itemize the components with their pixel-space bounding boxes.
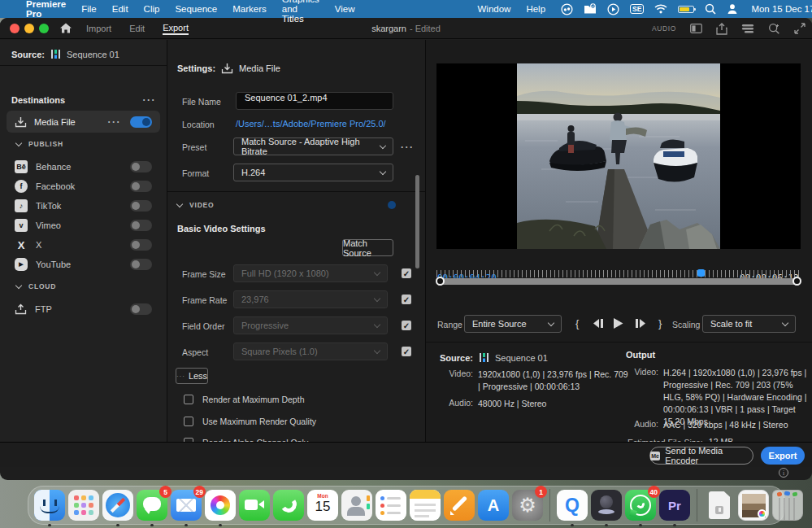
destination-ftp[interactable]: FTP [7, 299, 160, 319]
menu-view[interactable]: View [335, 4, 355, 14]
field-order-checkbox[interactable]: ✓ [402, 321, 411, 330]
send-to-media-encoder-button[interactable]: Me Send to Media Encoder [649, 447, 753, 465]
dock-safari-icon[interactable] [102, 490, 133, 521]
user-switch-icon[interactable] [727, 3, 738, 15]
step-forward-button[interactable] [634, 318, 647, 329]
mark-out-icon[interactable]: } [658, 317, 662, 329]
destination-x[interactable]: X X [7, 235, 160, 255]
menu-edit[interactable]: Edit [112, 4, 128, 14]
preset-menu-icon[interactable]: ··· [401, 142, 415, 153]
destination-vimeo[interactable]: v Vimeo [7, 216, 160, 235]
match-source-button[interactable]: Match Source [342, 239, 393, 256]
menu-premiere-pro[interactable]: Premiere Pro [26, 0, 66, 19]
dock-homepod-icon[interactable] [591, 490, 622, 521]
dock-downloads-file-icon[interactable] [704, 490, 735, 521]
destination-behance[interactable]: Bē Behance [7, 157, 160, 177]
menu-help[interactable]: Help [526, 4, 545, 14]
spotlight-search-icon[interactable] [705, 3, 716, 15]
close-window-button[interactable] [10, 24, 20, 33]
dock-messages-icon[interactable]: 5 [137, 490, 167, 521]
se-status-icon[interactable]: SE [630, 4, 644, 14]
range-dropdown[interactable]: Entire Source [464, 315, 562, 333]
dock-pictures-folder-icon[interactable] [738, 490, 769, 521]
media-file-menu-icon[interactable]: ··· [108, 116, 122, 128]
creative-cloud-icon[interactable] [561, 3, 573, 15]
dock-mail-icon[interactable]: 29 [171, 490, 202, 521]
less-button[interactable]: ··· Less [176, 368, 208, 384]
menu-markers[interactable]: Markers [232, 4, 267, 14]
menu-window[interactable]: Window [477, 4, 510, 14]
dock-contacts-icon[interactable] [341, 490, 372, 521]
quick-search-icon[interactable] [768, 23, 780, 35]
dock-reminders-icon[interactable] [376, 490, 406, 521]
tab-import[interactable]: Import [86, 24, 111, 33]
video-section-header[interactable]: VIDEO [177, 201, 214, 209]
wifi-icon[interactable] [654, 4, 667, 14]
frame-rate-checkbox[interactable]: ✓ [402, 295, 411, 304]
dock-whatsapp-icon[interactable]: 40 [625, 490, 656, 521]
tab-export[interactable]: Export [163, 23, 189, 35]
tab-edit[interactable]: Edit [129, 24, 145, 33]
play-button[interactable] [612, 317, 624, 329]
dock-launchpad-icon[interactable] [68, 490, 99, 521]
panel-layout-icon[interactable] [690, 24, 702, 33]
settings-scrollbar[interactable] [415, 175, 419, 268]
format-dropdown[interactable]: H.264 [233, 164, 393, 181]
dock-calendar-icon[interactable]: Mon 15 [307, 490, 338, 521]
youtube-toggle[interactable] [130, 259, 152, 270]
dock-pages-icon[interactable] [444, 490, 475, 521]
frame-size-checkbox[interactable]: ✓ [402, 268, 411, 278]
max-render-quality-row[interactable]: Use Maximum Render Quality [184, 417, 316, 426]
cloud-section-header[interactable]: CLOUD [16, 282, 56, 290]
file-name-input[interactable]: Sequence 01_2.mp4 [236, 92, 393, 110]
dock-phone-icon[interactable] [273, 490, 304, 521]
field-order-dropdown[interactable]: Progressive [233, 316, 388, 334]
dock-quicktime-icon[interactable]: Q [557, 490, 588, 521]
range-out-handle[interactable] [792, 277, 801, 286]
minimize-window-button[interactable] [24, 24, 34, 33]
dock-system-settings-icon[interactable]: 1⚙ [512, 490, 543, 521]
frame-size-dropdown[interactable]: Full HD (1920 x 1080) [233, 264, 388, 282]
workspace-menu-icon[interactable] [741, 24, 754, 33]
publish-section-header[interactable]: PUBLISH [16, 140, 63, 148]
dock-trash-icon[interactable] [772, 490, 803, 521]
aspect-dropdown[interactable]: Square Pixels (1.0) [233, 343, 388, 360]
render-max-depth-row[interactable]: Render at Maximum Depth [184, 395, 304, 404]
location-link[interactable]: /Users/…ts/Adobe/Premiere Pro/25.0/ [236, 119, 386, 129]
step-back-button[interactable] [592, 318, 605, 329]
destination-youtube[interactable]: ▶ YouTube [7, 255, 160, 274]
frame-rate-dropdown[interactable]: 23,976 [233, 290, 388, 308]
aspect-checkbox[interactable]: ✓ [402, 347, 411, 356]
home-icon[interactable] [59, 22, 72, 34]
menu-graphics-titles[interactable]: Graphics and Titles [282, 0, 319, 24]
dock-finder-icon[interactable] [34, 490, 65, 521]
menu-sequence[interactable]: Sequence [175, 4, 217, 14]
media-file-toggle[interactable] [130, 116, 152, 128]
preset-dropdown[interactable]: Match Source - Adaptive High Bitrate [233, 137, 393, 155]
max-render-quality-checkbox[interactable] [184, 417, 193, 426]
render-max-depth-checkbox[interactable] [184, 395, 193, 404]
share-icon[interactable] [716, 23, 727, 35]
play-circle-icon[interactable] [607, 3, 619, 15]
export-button[interactable]: Export [761, 447, 805, 465]
shared-folder-icon[interactable] [584, 3, 597, 15]
destinations-menu-icon[interactable]: ··· [143, 94, 157, 106]
menu-clip[interactable]: Clip [144, 4, 160, 14]
tiktok-toggle[interactable] [130, 200, 152, 212]
menu-file[interactable]: File [81, 4, 97, 14]
range-scrubber[interactable] [436, 278, 801, 285]
destination-media-file[interactable]: Media File ··· [7, 111, 160, 133]
zoom-window-button[interactable] [39, 24, 49, 33]
fullscreen-icon[interactable] [794, 23, 805, 34]
timeline-ruler[interactable] [436, 270, 801, 277]
info-icon[interactable]: i [779, 468, 788, 478]
dock-facetime-icon[interactable] [239, 490, 270, 521]
dock-premiere-pro-icon[interactable]: Pr [659, 490, 690, 521]
x-toggle[interactable] [130, 239, 152, 251]
dock-notes-icon[interactable] [410, 490, 441, 521]
mark-in-icon[interactable]: { [575, 317, 579, 329]
scaling-dropdown[interactable]: Scale to fit [702, 315, 796, 333]
ftp-toggle[interactable] [130, 303, 152, 315]
destination-facebook[interactable]: f Facebook [7, 177, 160, 196]
vimeo-toggle[interactable] [130, 220, 152, 231]
